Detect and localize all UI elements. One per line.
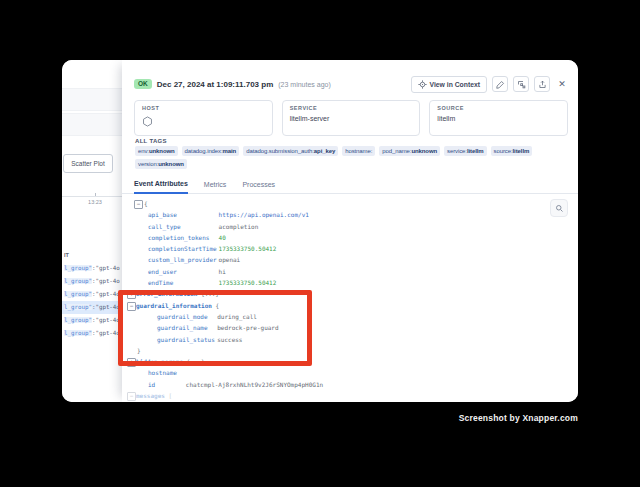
tag-key: version: xyxy=(138,161,158,167)
attribute-value: chatcmpl-Aj8rxhNLht9v2J6rSNYOmp4pH0G1n xyxy=(186,379,323,390)
attribute-value[interactable]: https://api.openai.com/v1 xyxy=(219,209,309,220)
tag-chip[interactable]: env:unknown xyxy=(135,146,178,156)
tag-key: datadog.submission_auth: xyxy=(246,148,314,154)
attribute-key: custom_llm_provider xyxy=(148,254,217,265)
relative-time: (23 minutes ago) xyxy=(278,81,331,88)
toggle-expand-icon[interactable]: + xyxy=(127,358,136,367)
log-field: l_group" xyxy=(64,330,92,336)
related-traces-button[interactable] xyxy=(513,76,529,92)
card-label: SOURCE xyxy=(437,105,560,111)
log-list-row[interactable]: l_group":"gpt-4o xyxy=(62,327,122,340)
log-value: :"gpt-4o xyxy=(92,278,120,284)
log-value: :"gpt-4o xyxy=(92,265,120,271)
tree-row: } xyxy=(122,345,578,356)
log-value: :"gpt-4o xyxy=(92,304,120,310)
tree-row-messages: −messages [ xyxy=(122,390,578,401)
tag-chip[interactable]: service:litellm xyxy=(444,146,487,156)
log-list-row[interactable]: l_group":"gpt-4o xyxy=(62,262,122,275)
panel-header: OK Dec 27, 2024 at 1:09:11.703 pm (23 mi… xyxy=(134,74,569,94)
log-field: l_group" xyxy=(64,304,92,310)
info-cards: HOSTSERVICElitellm-serverSOURCElitellm xyxy=(134,100,568,136)
info-card-host: HOST xyxy=(134,100,273,136)
attribute-key: messages xyxy=(136,392,165,399)
attribute-value: success xyxy=(217,334,242,345)
attribute-key: hidden_params xyxy=(136,358,183,365)
tag-value: unknown xyxy=(158,161,184,167)
tab-processes[interactable]: Processes xyxy=(242,181,275,193)
crosshair-icon xyxy=(418,80,427,89)
edit-button[interactable] xyxy=(492,76,508,92)
log-field: l_group" xyxy=(64,265,92,271)
close-brace: } xyxy=(137,345,141,356)
pencil-icon xyxy=(496,80,505,89)
background-row xyxy=(62,88,122,111)
brace: {...} xyxy=(197,290,219,297)
tag-value: main xyxy=(223,148,237,154)
log-field: l_group" xyxy=(64,317,92,323)
tag-key: pod_name: xyxy=(382,148,411,154)
json-attribute-tree: −{api_basehttps://api.openai.com/v1call_… xyxy=(122,198,578,402)
export-button[interactable] xyxy=(534,76,550,92)
tag-value: unknown xyxy=(149,148,175,154)
log-value: :"gpt-4o xyxy=(92,291,120,297)
tag-key: datadog.index: xyxy=(185,148,223,154)
object-key-line: error_information {...} xyxy=(136,288,219,299)
tree-row-guardrail_status: guardrail_statussuccess xyxy=(122,334,578,345)
toggle-collapse-icon[interactable]: − xyxy=(127,392,136,401)
brace: { xyxy=(212,302,219,309)
attribute-value: bedrock-pre-guard xyxy=(217,322,278,333)
attribute-value: 40 xyxy=(219,232,226,243)
tag-key: source: xyxy=(494,148,513,154)
log-list-row[interactable]: l_group":"gpt-4o xyxy=(62,288,122,301)
log-list: l_group":"gpt-4ol_group":"gpt-4ol_group"… xyxy=(62,262,122,340)
export-icon xyxy=(538,80,547,89)
tag-chip[interactable]: datadog.submission_auth:api_key xyxy=(243,146,338,156)
tag-chip[interactable]: datadog.index:main xyxy=(182,146,240,156)
tree-row-api_base: api_basehttps://api.openai.com/v1 xyxy=(122,209,578,220)
toggle-expand-icon[interactable]: + xyxy=(127,290,136,299)
tree-row: −{ xyxy=(122,198,578,209)
log-value: :"gpt-4o xyxy=(92,330,120,336)
tab-metrics[interactable]: Metrics xyxy=(204,181,227,193)
time-axis-tickmark xyxy=(95,193,96,196)
toggle-collapse-icon[interactable]: − xyxy=(134,200,143,209)
brace: {...} xyxy=(183,358,205,365)
view-in-context-label: View in Context xyxy=(430,81,480,88)
tree-row-hidden_params: +hidden_params {...} xyxy=(122,356,578,367)
toggle-collapse-icon[interactable]: − xyxy=(127,302,136,311)
log-list-row[interactable]: l_group":"gpt-4o xyxy=(62,275,122,288)
tag-chip[interactable]: pod_name:unknown xyxy=(379,146,440,156)
tree-row-completionStartTime: completionStartTime1735333750.50412 xyxy=(122,243,578,254)
tree-row-error_information: +error_information {...} xyxy=(122,288,578,299)
tag-chip[interactable]: hostname: xyxy=(342,146,375,156)
all-tags-label: ALL TAGS xyxy=(135,138,167,144)
tag-key: service: xyxy=(447,148,467,154)
tree-row-completion_tokens: completion_tokens40 xyxy=(122,232,578,243)
open-brace: { xyxy=(144,198,148,209)
attribute-key: guardrail_name xyxy=(157,322,208,333)
attribute-key: guardrail_mode xyxy=(157,311,208,322)
tag-chip[interactable]: version:unknown xyxy=(135,159,187,169)
tree-row-custom_llm_provider: custom_llm_provideropenai xyxy=(122,254,578,265)
log-list-row[interactable]: l_group":"gpt-4o xyxy=(62,314,122,327)
attribute-key: id xyxy=(148,379,155,390)
info-card-service: SERVICElitellm-server xyxy=(282,100,421,136)
tags-row: env:unknowndatadog.index:maindatadog.sub… xyxy=(135,146,570,169)
view-in-context-button[interactable]: View in Context xyxy=(411,76,487,93)
tree-row-call_type: call_typeacompletion xyxy=(122,221,578,232)
tag-chip[interactable]: source:litellm xyxy=(491,146,533,156)
status-badge: OK xyxy=(134,79,152,90)
tag-value: litellm xyxy=(513,148,530,154)
attribute-value: hi xyxy=(219,266,226,277)
app-window: Scatter Plot 13:23 IT l_group":"gpt-4ol_… xyxy=(62,60,578,402)
log-list-column-header: IT xyxy=(64,252,69,258)
log-list-row[interactable]: l_group":"gpt-4o xyxy=(62,301,122,314)
attribute-key: guardrail_status xyxy=(157,334,215,345)
attribute-key: guardrail_information xyxy=(136,302,212,309)
scatter-plot-button[interactable]: Scatter Plot xyxy=(63,154,113,173)
card-label: HOST xyxy=(142,105,265,111)
tab-event-attributes[interactable]: Event Attributes xyxy=(134,180,188,194)
close-icon: ✕ xyxy=(558,79,566,89)
close-button[interactable]: ✕ xyxy=(555,76,569,92)
attribute-key: endTime xyxy=(148,277,173,288)
